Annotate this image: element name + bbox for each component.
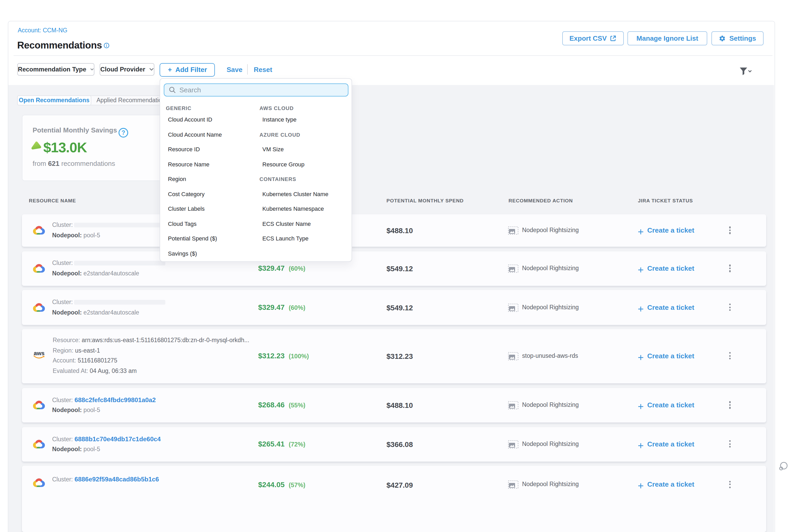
svg-text:?: ? [121, 129, 125, 136]
